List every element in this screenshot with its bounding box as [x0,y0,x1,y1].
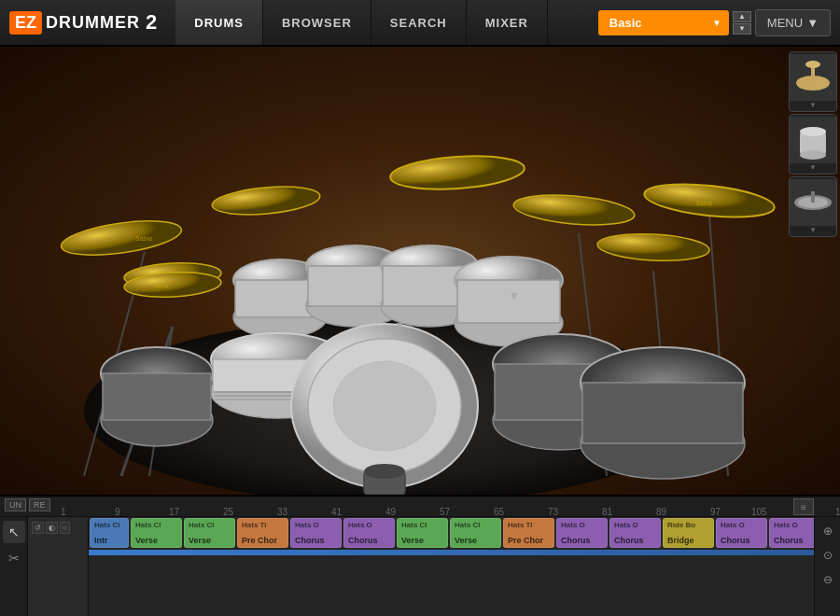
instrument-arrow-3: ▼ [809,226,817,234]
track-content-inner: Hats Cl Intr Hats Cl Verse Hats Cl Verse [89,517,814,616]
instrument-image-2 [790,117,836,163]
preset-down-button[interactable]: ▼ [733,23,751,35]
preset-dropdown[interactable]: Basic [598,10,729,35]
beat-block-bridge[interactable]: Ride Bo Bridge [663,518,714,548]
nav-tabs: DRUMS BROWSER SEARCH MIXER [175,0,548,45]
logo-drummer: DRUMMER [46,13,140,33]
tab-search[interactable]: SEARCH [371,0,467,45]
zoom-out-btn[interactable]: ⊖ [818,569,838,590]
menu-label: MENU [767,16,803,30]
track-mute-btn[interactable]: ○ [60,522,70,534]
logo: EZ DRUMMER 2 [0,10,166,35]
track-ctrl-row: ↺ ◐ ○ [30,519,86,537]
cut-tool[interactable]: ✂ [3,547,25,569]
menu-arrow-icon: ▼ [806,16,819,30]
timeline-header: UN RE 1 9 17 25 33 41 49 57 65 73 81 89 … [0,497,840,517]
beat-block-verse-1[interactable]: Hats Cl Verse [131,518,182,548]
beat-block-chorus-5[interactable]: Hats O Chorus [716,518,767,548]
svg-point-21 [512,190,636,229]
beat-block-chorus-3[interactable]: Hats O Chorus [556,518,608,548]
zoom-mid-btn[interactable]: ⊙ [818,545,838,566]
undo-redo-area: UN RE [5,498,50,511]
svg-rect-53 [582,383,743,443]
track-row-1: Hats Cl Intr Hats Cl Verse Hats Cl Verse [89,517,814,550]
beat-block-chorus-4[interactable]: Hats O Chorus [609,518,661,548]
instrument-image-1 [790,54,836,101]
svg-point-2 [805,61,820,68]
track-toolbar-right: ⊕ ⊙ ⊖ [814,517,840,616]
cymbal-adjust-2[interactable]: ▼ [509,289,520,302]
beat-block-prechorus-2[interactable]: Hats Ti Pre Chor [503,518,554,548]
redo-button[interactable]: RE [29,498,50,511]
track-loop-btn[interactable]: ↺ [32,522,44,534]
svg-point-16 [59,215,183,261]
svg-point-19 [211,183,321,218]
song-editor: UN RE 1 9 17 25 33 41 49 57 65 73 81 89 … [0,495,840,616]
track-settings-btn[interactable]: ◐ [46,522,58,534]
preset-area: Basic ▼ ▲ ▼ MENU ▼ [598,9,840,36]
svg-point-5 [800,150,826,160]
cymbal-adjust-1[interactable]: ▼ [394,319,405,332]
beat-block-verse-2[interactable]: Hats Cl Verse [184,518,235,548]
svg-point-44 [333,361,436,451]
beat-block-chorus-6[interactable]: Hats O Chorus [769,518,814,548]
svg-rect-47 [103,373,211,420]
svg-text:Sabia: Sabia [135,235,152,242]
timeline-scroll-icon[interactable]: ≡ [793,498,814,515]
scroll-right-area: ≡ [793,498,814,515]
progress-bar [89,550,814,555]
svg-point-22 [596,231,709,263]
instrument-arrow-2: ▼ [809,163,817,172]
instrument-panel-1[interactable]: ▼ [789,51,837,112]
instrument-arrow-1: ▼ [809,101,817,109]
undo-button[interactable]: UN [5,498,26,511]
drum-area: ▼ ▼ ▼ [0,47,840,495]
progress-bar-area [89,550,814,555]
zoom-in-btn[interactable]: ⊕ [818,521,838,541]
preset-up-button[interactable]: ▲ [733,11,751,22]
instrument-image-3 [790,179,836,226]
tracks-content: Hats Cl Intr Hats Cl Verse Hats Cl Verse [89,517,814,616]
beat-block-chorus-2[interactable]: Hats O Chorus [343,518,395,548]
select-tool[interactable]: ↖ [3,521,25,543]
logo-ez: EZ [9,11,42,35]
beat-block-intro[interactable]: Hats Cl Intr [90,518,129,548]
tab-drums[interactable]: DRUMS [175,0,263,45]
beat-block-chorus-1[interactable]: Hats O Chorus [290,518,342,548]
top-bar: EZ DRUMMER 2 DRUMS BROWSER SEARCH MIXER … [0,0,840,47]
tab-mixer[interactable]: MIXER [467,0,548,45]
svg-rect-8 [811,191,815,203]
preset-dropdown-arrow: ▼ [712,18,721,28]
menu-button[interactable]: MENU ▼ [755,9,831,36]
drum-kit-svg: Sabia Sabia Sabia [0,47,784,495]
right-instrument-panels: ▼ ▼ ▼ [784,47,840,242]
svg-text:Sabia: Sabia [154,283,169,288]
svg-point-55 [364,464,405,479]
svg-point-4 [800,127,826,136]
track-toolbar-left: ↖ ✂ [0,517,28,616]
tab-browser[interactable]: BROWSER [263,0,371,45]
instrument-panel-3[interactable]: ▼ [789,176,837,237]
instrument-panel-2[interactable]: ▼ [789,114,837,175]
beat-block-verse-3[interactable]: Hats Cl Verse [397,518,448,548]
beat-block-verse-4[interactable]: Hats Cl Verse [450,518,501,548]
song-tracks: ↖ ✂ ↺ ◐ ○ Hats Cl Intr [0,517,840,616]
track-controls: ↺ ◐ ○ [28,517,89,616]
preset-arrows: ▲ ▼ [733,11,751,35]
logo-version: 2 [146,10,157,35]
beat-block-prechorus-1[interactable]: Hats Ti Pre Chor [237,518,288,548]
svg-point-20 [389,152,525,193]
svg-text:Sabia: Sabia [695,200,712,206]
